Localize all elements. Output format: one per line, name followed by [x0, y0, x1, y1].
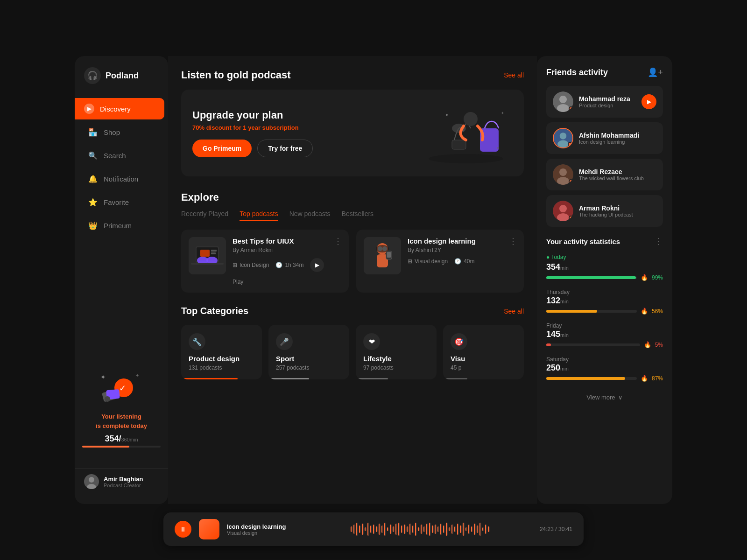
tab-recently-played[interactable]: Recently Played — [181, 210, 228, 221]
stat-bar-row-thursday: 🔥 56% — [546, 308, 663, 315]
svg-rect-53 — [367, 523, 369, 536]
user-role: Podcast Creator — [104, 483, 143, 488]
stat-value-thursday: 132min — [546, 296, 663, 306]
stat-bar-row-today: 🔥 99% — [546, 274, 663, 281]
svg-rect-68 — [409, 524, 411, 535]
sidebar-item-notification[interactable]: 🔔 Notification — [78, 168, 164, 189]
tab-new-podcasts[interactable]: New podcasts — [289, 210, 331, 221]
svg-rect-89 — [468, 525, 470, 534]
category-card-lifestyle[interactable]: ❤ Lifestyle 97 podcasts — [356, 325, 437, 379]
svg-rect-70 — [415, 523, 417, 536]
stat-bar-bg-friday — [546, 343, 640, 346]
flame-icon-friday: 🔥 — [644, 341, 651, 348]
svg-rect-80 — [443, 525, 445, 533]
friend-info-2: Afshin Mohammadi Icon design learning — [579, 132, 656, 145]
categories-title: Top Categories — [181, 306, 248, 316]
player-title: Icon design learning — [227, 523, 302, 530]
player-bar: ⏸ Icon design learning Visual design — [163, 512, 584, 546]
category-card-sport[interactable]: 🎤 Sport 257 podcasts — [268, 325, 349, 379]
svg-point-34 — [382, 246, 387, 251]
activity-more-button[interactable]: ⋮ — [655, 236, 663, 246]
stat-value-today: 354min — [546, 262, 663, 272]
add-friend-button[interactable]: 👤+ — [648, 67, 663, 77]
stat-day-friday: Friday — [546, 322, 562, 329]
svg-rect-54 — [370, 525, 372, 533]
svg-rect-63 — [395, 524, 397, 535]
friend-podcast-1: Product design — [579, 103, 636, 108]
svg-text:✦: ✦ — [501, 111, 504, 115]
categories-see-all[interactable]: See all — [504, 308, 524, 315]
try-free-button[interactable]: Try for free — [257, 140, 313, 157]
play-button-1[interactable]: ▶ — [310, 258, 324, 272]
listening-stats: 354/360min — [82, 434, 161, 444]
player-subtitle: Visual design — [227, 530, 302, 536]
svg-point-45 — [559, 205, 567, 212]
podcast-meta-2: ⊞ Visual design 🕐 40m — [408, 258, 516, 265]
sidebar-item-primeum[interactable]: 👑 Primeum — [78, 215, 164, 236]
category-card-product-design[interactable]: 🔧 Product design 131 podcasts — [181, 325, 262, 379]
search-icon: 🔍 — [88, 150, 98, 161]
listening-illustration: ✦ ✦ ✓ — [98, 370, 145, 407]
friend-info-1: Mohammad reza Product design — [579, 95, 636, 108]
svg-rect-78 — [437, 526, 439, 532]
podcast-thumb-2 — [364, 237, 401, 274]
more-options-button-2[interactable]: ⋮ — [509, 236, 517, 246]
view-more-button[interactable]: View more ∨ — [546, 388, 663, 401]
svg-rect-59 — [384, 523, 386, 536]
banner-content: Upgrade your plan 70% discount for 1 yea… — [192, 109, 313, 157]
app-name: Podland — [106, 71, 139, 81]
stat-day-saturday: Saturday — [546, 356, 569, 363]
sidebar-item-favorite[interactable]: ⭐ Favorite — [78, 191, 164, 213]
friend-name-2: Afshin Mohammadi — [579, 132, 656, 139]
user-info: Amir Baghian Podcast Creator — [104, 476, 143, 488]
sidebar-logo: 🎧 Podland — [75, 67, 168, 98]
friend-podcast-3: The wicked wall flowers club — [579, 175, 656, 181]
online-indicator-1 — [569, 106, 573, 111]
stat-value-saturday: 250min — [546, 363, 663, 373]
svg-rect-55 — [373, 525, 375, 534]
go-primeum-button[interactable]: Go Primeum — [192, 140, 252, 157]
svg-rect-65 — [401, 525, 403, 533]
tab-top-podcasts[interactable]: Top podcasts — [240, 210, 278, 221]
friend-play-button-1[interactable]: ▶ — [641, 94, 656, 109]
svg-rect-85 — [457, 524, 459, 535]
meta-duration-1: 🕐 1h 34m — [275, 262, 303, 268]
svg-rect-75 — [429, 523, 431, 536]
friend-name-3: Mehdi Rezaee — [579, 168, 656, 175]
stat-bar-thursday — [546, 310, 597, 313]
svg-text:✦: ✦ — [496, 146, 500, 150]
player-pause-button[interactable]: ⏸ — [175, 521, 191, 538]
sidebar-item-discovery[interactable]: ▶ Discovery — [75, 98, 164, 119]
sidebar-item-shop[interactable]: 🏪 Shop — [78, 121, 164, 143]
banner-title: Upgrade your plan — [192, 109, 313, 121]
friend-name-4: Arman Rokni — [579, 204, 656, 212]
svg-rect-49 — [356, 523, 358, 536]
podcast-card-2: Icon design learning By AfshinT2Y ⊞ Visu… — [356, 230, 524, 293]
sidebar-item-search[interactable]: 🔍 Search — [78, 145, 164, 166]
user-name: Amir Baghian — [104, 476, 143, 483]
player-waveform — [309, 521, 532, 538]
svg-rect-71 — [418, 527, 420, 531]
more-options-button-1[interactable]: ⋮ — [334, 236, 342, 246]
svg-rect-69 — [412, 525, 414, 533]
podcast-info-2: Icon design learning By AfshinT2Y ⊞ Visu… — [408, 237, 516, 265]
play-icon-1: ▶ — [315, 262, 319, 268]
listen-see-all[interactable]: See all — [504, 71, 524, 79]
svg-point-10 — [429, 154, 503, 163]
meta-category-2: ⊞ Visual design — [408, 258, 448, 265]
friend-avatar-4 — [553, 201, 573, 221]
stat-bar-friday — [546, 343, 551, 346]
category-card-visu[interactable]: 🎯 Visu 45 p — [443, 325, 524, 379]
svg-text:✦: ✦ — [135, 373, 139, 378]
banner-illustration: ✦ ✦ ✦ — [419, 103, 513, 163]
svg-rect-76 — [432, 525, 434, 533]
svg-rect-23 — [211, 252, 216, 254]
tab-bestsellers[interactable]: Bestsellers — [342, 210, 374, 221]
listen-section-header: Listen to gold podcast See all — [181, 69, 524, 81]
activity-stats: Your activity statistics ⋮ ● Today 354mi… — [546, 236, 663, 401]
podcast-thumb-1 — [189, 237, 226, 274]
svg-rect-82 — [449, 527, 451, 531]
logo-icon: 🎧 — [84, 67, 101, 84]
sidebar-item-label-primeum: Primeum — [104, 222, 132, 230]
stat-percent-friday: 5% — [655, 342, 663, 348]
